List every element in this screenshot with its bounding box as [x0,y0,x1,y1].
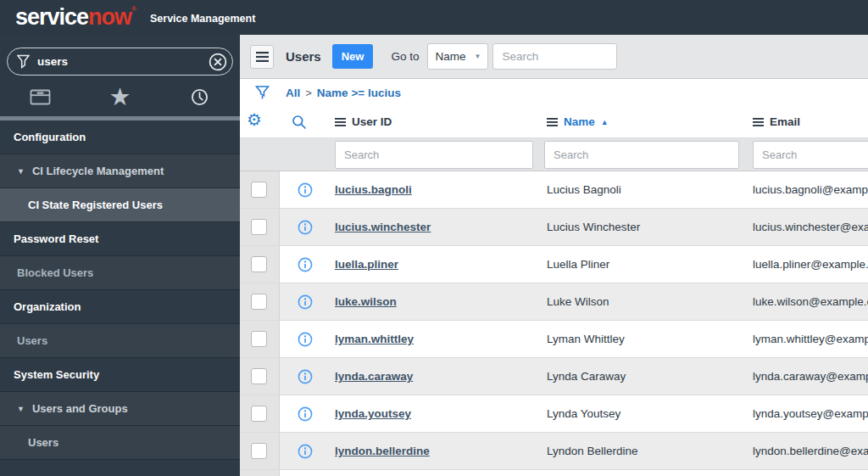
servicenow-app: servicenow® Service Management ★ Confi [0,0,868,476]
sidebar-item-ci-lifecycle-management[interactable]: ▼ CI Lifecycle Management [0,154,240,188]
breadcrumb-filter-link[interactable]: Name >= lucius [317,87,401,99]
star-icon: ★ [108,85,131,109]
chevron-down-icon: ▼ [475,53,481,60]
sidebar-item-users[interactable]: Users [0,426,240,460]
table-row: lucius.bagnoli Lucius Bagnoli lucius.bag… [240,171,868,209]
gear-icon[interactable]: ⚙ [247,111,262,128]
sidebar-item-label: Blocked Users [17,266,93,279]
search-icon[interactable] [292,115,307,132]
user-id-link[interactable]: lucius.winchester [335,209,431,245]
tab-history[interactable] [160,77,240,116]
sidebar-item-ci-state-registered-users[interactable]: CI State Registered Users [0,188,240,222]
breadcrumb-separator: > [305,87,312,99]
user-id-link[interactable]: lyman.whittley [335,321,414,357]
goto-field-select[interactable]: Name ▼ [427,43,488,70]
sidebar-item-label: Users and Groups [32,402,128,415]
sidebar-item-users-and-groups[interactable]: ▼ Users and Groups [0,392,240,426]
row-checkbox[interactable] [251,256,267,272]
user-email: luke.wilson@example.com [753,283,868,320]
user-name: Lynda Caraway [547,358,626,395]
navigator-filter-input[interactable] [37,55,202,68]
column-header-email[interactable]: Email [753,106,800,137]
sidebar-item-password-reset[interactable]: Password Reset [0,222,240,256]
registered-trademark: ® [131,5,136,13]
user-id-link[interactable]: lucius.bagnoli [335,171,412,208]
navigator-tabs: ★ [0,77,240,116]
column-header-name[interactable]: Name ▲ [547,106,609,137]
info-icon[interactable] [298,182,313,198]
name-column-search[interactable] [544,141,739,169]
breadcrumb-all-link[interactable]: All [286,87,300,99]
table-row: lyman.whittley Lyman Whittley lyman.whit… [240,321,868,358]
sidebar-item-label: Users [17,334,47,347]
user-name: Lyndon Bellerdine [547,433,638,469]
sidebar-item-organization[interactable]: Organization [0,290,240,324]
row-checkbox[interactable] [251,182,267,198]
row-checkbox[interactable] [251,368,267,384]
list-context-menu-button[interactable] [250,45,274,69]
user-name: Lucius Bagnoli [547,171,621,208]
column-menu-icon [547,118,558,126]
user-email: lynda.caraway@example.com [753,358,868,395]
user-id-link[interactable]: lynda.caraway [335,358,413,395]
info-icon[interactable] [298,220,313,235]
row-checkbox[interactable] [251,443,267,459]
breadcrumb: All > Name >= lucius [240,79,868,106]
chevron-down-icon: ▼ [17,405,25,413]
info-icon[interactable] [298,406,313,422]
goto-search-input[interactable] [492,43,617,70]
user-id-link[interactable]: lyndon.bellerdine [335,433,430,469]
email-column-search[interactable] [753,141,868,169]
checkbox-cell [240,171,280,208]
navigator-filter [7,48,233,76]
clear-filter-button[interactable] [209,53,227,71]
info-icon[interactable] [298,332,313,347]
sidebar-item-users[interactable]: Users [0,324,240,358]
table-row: lucius.winchester Lucius Winchester luci… [240,209,868,246]
table-row: lyndon.bellerdine Lyndon Bellerdine lynd… [240,433,868,470]
row-checkbox[interactable] [251,219,267,235]
sidebar-item-label: CI Lifecycle Management [32,165,164,177]
info-icon[interactable] [298,294,313,310]
box-icon [30,89,51,105]
clock-icon [191,88,209,106]
logo-service-text: service [15,4,88,30]
new-button[interactable]: New [332,44,374,69]
user-id-link[interactable]: luella.pliner [335,246,398,283]
info-icon[interactable] [298,444,313,459]
sort-ascending-icon: ▲ [601,118,609,126]
user-id-column-search[interactable] [335,141,533,169]
list-pane: Users New Go to Name ▼ All > Name >= luc… [240,35,868,476]
column-header-user-id[interactable]: User ID [335,106,392,137]
column-menu-icon [335,118,346,126]
table-filler [240,470,868,476]
application-navigator: ★ Configuration ▼ CI Lifecycle Managemen… [0,35,240,476]
logo-now-text: now [88,4,131,30]
sidebar-item-blocked-users[interactable]: Blocked Users [0,256,240,290]
sidebar-item-label: Configuration [14,131,86,143]
sidebar-item-label: Users [28,436,58,449]
row-checkbox[interactable] [251,406,267,422]
sidebar-item-system-security[interactable]: System Security [0,358,240,392]
sidebar-item-configuration[interactable]: Configuration [0,120,240,154]
goto-field-value: Name [435,50,465,63]
table-row: lynda.youtsey Lynda Youtsey lynda.youtse… [240,395,868,433]
tab-all-applications[interactable] [0,77,80,116]
info-icon[interactable] [298,257,313,272]
user-id-link[interactable]: luke.wilson [335,283,397,320]
table-row: luke.wilson Luke Wilson luke.wilson@exam… [240,283,868,321]
info-icon[interactable] [298,369,313,384]
filter-funnel-icon[interactable] [255,85,270,101]
user-name: Lyman Whittley [547,321,625,357]
list-toolbar: Users New Go to Name ▼ [240,35,868,79]
servicenow-logo[interactable]: servicenow® [15,6,136,29]
user-name: Luke Wilson [547,283,609,320]
sidebar-item-label: Organization [14,300,81,313]
user-id-link[interactable]: lynda.youtsey [335,395,411,432]
row-checkbox[interactable] [251,294,267,310]
tab-favorites[interactable]: ★ [80,77,159,116]
close-icon [209,53,227,71]
user-email: lyman.whittley@example.com [753,321,868,357]
row-checkbox[interactable] [251,331,267,347]
user-list: lucius.bagnoli Lucius Bagnoli lucius.bag… [240,171,868,476]
